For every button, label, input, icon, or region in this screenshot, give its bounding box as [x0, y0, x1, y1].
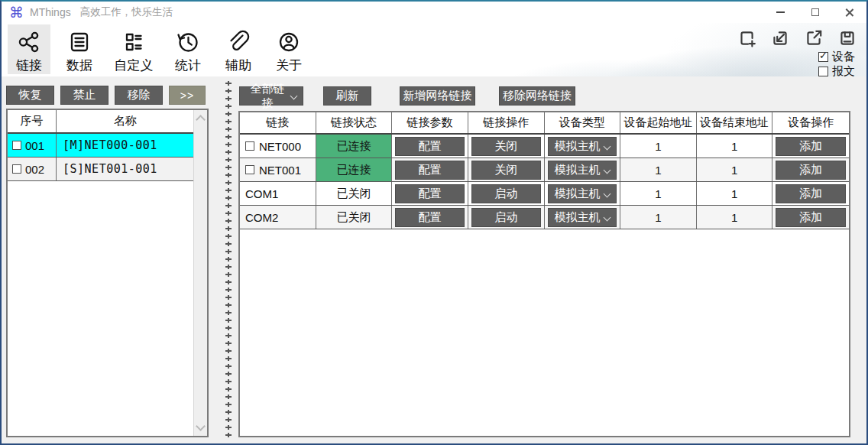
config-button[interactable]: 配置	[395, 208, 465, 227]
device-type-dropdown[interactable]: 模拟主机	[548, 137, 617, 156]
add-network-link-button[interactable]: 新增网络链接	[400, 86, 475, 106]
close-icon	[844, 8, 854, 18]
refresh-button[interactable]: 刷新	[323, 86, 371, 106]
close-link-button[interactable]: 关闭	[471, 137, 541, 156]
start-address: 1	[620, 206, 697, 229]
nav-tabs: 链接 数据 自定义 统计	[8, 24, 310, 74]
restore-button[interactable]: 恢复	[6, 86, 54, 105]
close-button[interactable]	[832, 2, 866, 23]
row-checkbox[interactable]	[245, 165, 254, 174]
config-button[interactable]: 配置	[395, 137, 465, 156]
disable-button[interactable]: 禁止	[60, 86, 108, 105]
device-checkbox[interactable]	[818, 52, 828, 62]
tab-data[interactable]: 数据	[58, 24, 101, 74]
device-checkbox-label: 设备	[832, 50, 855, 64]
row-checkbox[interactable]	[12, 141, 21, 150]
add-device-button[interactable]: 添加	[776, 208, 846, 227]
export-button[interactable]	[803, 28, 824, 49]
add-device-button[interactable]: 添加	[776, 184, 846, 203]
col-status: 链接状态	[316, 112, 393, 133]
add-device-button[interactable]: 添加	[776, 137, 846, 156]
history-icon	[175, 27, 201, 57]
maximize-button[interactable]	[798, 2, 832, 23]
device-list-table: 序号 名称 001 [M]NET000-001 002 [S]NET001-00	[6, 109, 209, 437]
main-content: 恢复 禁止 移除 >> 序号 名称 001 [M]NET000-001	[2, 76, 866, 443]
end-address: 1	[697, 182, 773, 205]
link-filter-dropdown[interactable]: 全部链接	[239, 86, 303, 106]
links-table: 链接 链接状态 链接参数 链接操作 设备类型 设备起始地址 设备结束地址 设备操…	[238, 111, 850, 437]
layout-icon	[121, 27, 147, 57]
col-device-operation: 设备操作	[772, 112, 849, 133]
row-checkbox[interactable]	[245, 141, 254, 151]
start-address: 1	[620, 158, 697, 181]
remove-button[interactable]: 移除	[115, 86, 163, 105]
app-logo-icon	[9, 5, 24, 20]
paperclip-icon	[225, 27, 251, 57]
status-badge: 已连接	[316, 135, 393, 158]
row-seq: 002	[25, 163, 44, 176]
message-checkbox[interactable]	[818, 67, 828, 76]
chevron-down-icon	[604, 166, 611, 174]
new-file-icon	[737, 28, 756, 48]
device-type-label: 模拟主机	[555, 163, 601, 177]
table-row: COM1 已关闭 配置 启动 模拟主机 1 1 添加	[240, 182, 849, 206]
device-type-dropdown[interactable]: 模拟主机	[548, 184, 617, 203]
device-type-label: 模拟主机	[555, 187, 601, 201]
display-options: 设备 报文	[818, 50, 855, 79]
tab-auxiliary[interactable]: 辅助	[217, 24, 260, 74]
new-file-button[interactable]	[736, 28, 757, 49]
status-badge: 已连接	[316, 158, 393, 181]
save-icon	[837, 28, 857, 48]
device-type-label: 模拟主机	[555, 139, 601, 154]
app-title: MThings	[30, 6, 71, 18]
link-name: COM1	[245, 187, 278, 200]
user-icon	[276, 27, 302, 57]
table-row: NET001 已连接 配置 关闭 模拟主机 1 1 添加	[240, 158, 849, 182]
config-button[interactable]: 配置	[395, 184, 465, 203]
status-badge: 已关闭	[316, 182, 393, 205]
title-bar: MThings 高效工作，快乐生活	[2, 2, 866, 23]
col-operation: 链接操作	[468, 112, 545, 133]
col-link: 链接	[240, 112, 316, 133]
close-link-button[interactable]: 关闭	[471, 161, 541, 180]
device-type-dropdown[interactable]: 模拟主机	[548, 161, 617, 180]
col-start-address: 设备起始地址	[620, 112, 697, 133]
minimize-icon	[776, 11, 785, 13]
end-address: 1	[697, 158, 773, 181]
panel-splitter[interactable]	[225, 80, 232, 440]
links-table-header: 链接 链接状态 链接参数 链接操作 设备类型 设备起始地址 设备结束地址 设备操…	[240, 112, 849, 135]
remove-network-link-button[interactable]: 移除网络链接	[499, 86, 575, 106]
device-type-dropdown[interactable]: 模拟主机	[548, 208, 617, 227]
expand-button[interactable]: >>	[169, 86, 206, 105]
config-button[interactable]: 配置	[395, 161, 465, 180]
link-name: COM2	[245, 211, 278, 224]
device-type-label: 模拟主机	[555, 210, 601, 225]
scroll-up-icon[interactable]	[196, 115, 206, 125]
tab-label: 关于	[276, 57, 302, 73]
table-row[interactable]: 001 [M]NET000-001	[8, 134, 194, 158]
tab-about[interactable]: 关于	[267, 24, 310, 74]
save-button[interactable]	[837, 28, 858, 49]
col-device-type: 设备类型	[545, 112, 621, 133]
share-icon	[16, 27, 42, 57]
minimize-button[interactable]	[763, 2, 798, 23]
tab-links[interactable]: 链接	[8, 24, 50, 74]
tab-custom[interactable]: 自定义	[108, 24, 159, 74]
maximize-icon	[811, 8, 819, 16]
tab-label: 数据	[66, 57, 92, 73]
import-button[interactable]	[769, 28, 791, 49]
tab-statistics[interactable]: 统计	[167, 24, 209, 74]
row-checkbox[interactable]	[12, 164, 21, 174]
main-toolbar: 链接 数据 自定义 统计	[2, 23, 866, 77]
device-checkbox-row[interactable]: 设备	[818, 50, 855, 64]
add-device-button[interactable]: 添加	[776, 161, 846, 180]
start-link-button[interactable]: 启动	[471, 184, 541, 203]
table-row[interactable]: 002 [S]NET001-001	[8, 158, 194, 181]
col-end-address: 设备结束地址	[697, 112, 773, 133]
name-header: 名称	[57, 110, 194, 132]
start-link-button[interactable]: 启动	[471, 208, 541, 227]
vertical-scrollbar[interactable]	[193, 110, 207, 436]
link-name: NET001	[259, 164, 301, 177]
scroll-down-icon[interactable]	[196, 421, 206, 431]
start-address: 1	[620, 135, 697, 158]
